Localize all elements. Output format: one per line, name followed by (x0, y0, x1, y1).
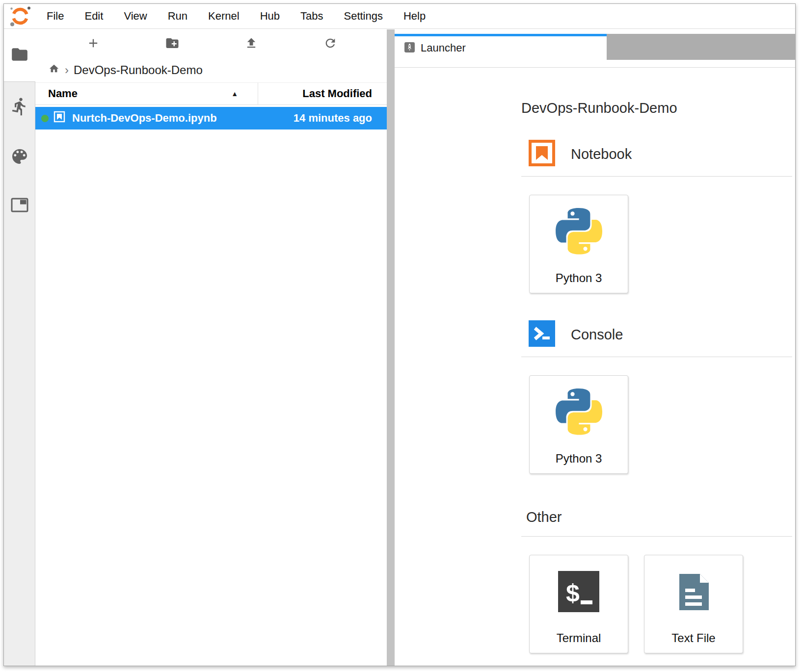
sidebar-inactive-tabs (4, 81, 35, 666)
notebook-icon (54, 111, 65, 126)
section-header-other: Other (521, 508, 792, 526)
jupyterlab-window: File Edit View Run Kernel Hub Tabs Setti… (3, 3, 796, 666)
column-header-modified[interactable]: Last Modified (258, 83, 387, 104)
section-label-console: Console (571, 327, 623, 343)
main-area: Launcher DevOps-Runbook-Demo Notebook (395, 29, 795, 666)
section-label-other: Other (526, 509, 562, 525)
file-row-selected[interactable]: Nurtch-DevOps-Demo.ipynb 14 minutes ago (35, 107, 387, 129)
menu-help[interactable]: Help (393, 4, 436, 28)
menu-run[interactable]: Run (158, 4, 198, 28)
activity-sidebar (4, 29, 35, 666)
menu-tabs[interactable]: Tabs (290, 4, 333, 28)
file-browser-panel: › DevOps-Runbook-Demo Name ▲ Last Modifi… (35, 29, 387, 666)
column-header-name[interactable]: Name ▲ (35, 87, 258, 100)
column-modified-label: Last Modified (302, 87, 372, 100)
sidebar-tab-files[interactable] (4, 29, 35, 81)
python-logo-icon (556, 388, 602, 437)
launcher-card-console-python3[interactable]: Python 3 (529, 375, 628, 474)
sidebar-tab-commands[interactable] (10, 147, 29, 168)
file-modified: 14 minutes ago (294, 112, 387, 125)
section-header-notebook: Notebook (521, 140, 792, 168)
section-divider (521, 536, 792, 537)
section-label-notebook: Notebook (571, 146, 632, 162)
new-folder-button[interactable] (165, 37, 180, 52)
file-list-header: Name ▲ Last Modified (35, 82, 387, 105)
launcher-card-text-file[interactable]: Text File (644, 555, 743, 653)
other-cards: $ Terminal (521, 555, 792, 653)
kernel-running-dot-icon (41, 115, 49, 122)
section-divider (521, 357, 792, 357)
breadcrumb: › DevOps-Runbook-Demo (35, 59, 387, 81)
console-icon (529, 320, 555, 349)
menu-hub[interactable]: Hub (250, 4, 290, 28)
card-label: Terminal (557, 631, 601, 645)
sidebar-tab-running[interactable] (10, 97, 29, 118)
panel-splitter-handle[interactable] (387, 29, 395, 666)
section-header-console: Console (521, 321, 792, 348)
card-label: Text File (671, 631, 715, 645)
jupyter-logo-icon (9, 6, 31, 26)
refresh-icon (323, 36, 337, 52)
file-browser-toolbar (35, 29, 387, 59)
main-tab-bar: Launcher (395, 34, 795, 60)
notebook-cards: Python 3 (521, 195, 792, 293)
section-divider (521, 176, 792, 177)
column-name-label: Name (48, 87, 78, 100)
menu-edit[interactable]: Edit (74, 4, 113, 28)
card-label: Python 3 (556, 452, 602, 465)
terminal-icon: $ (558, 571, 599, 614)
svg-text:$: $ (566, 579, 580, 607)
console-cards: Python 3 (521, 375, 792, 474)
notebook-icon (529, 140, 555, 168)
new-launcher-button[interactable] (86, 37, 101, 52)
tab-launcher-label: Launcher (421, 42, 466, 54)
new-folder-icon (165, 36, 180, 52)
folder-icon (10, 45, 29, 66)
breadcrumb-current-folder[interactable]: DevOps-Runbook-Demo (74, 63, 203, 77)
home-icon[interactable] (48, 63, 60, 77)
launcher-body: DevOps-Runbook-Demo Notebook (395, 68, 795, 666)
menu-bar: File Edit View Run Kernel Hub Tabs Setti… (4, 4, 795, 29)
python-logo-icon (556, 208, 602, 257)
refresh-button[interactable] (323, 37, 338, 52)
tabs-icon (10, 207, 29, 215)
menu-file[interactable]: File (36, 4, 74, 28)
launcher-card-notebook-python3[interactable]: Python 3 (529, 195, 628, 293)
upload-button[interactable] (244, 37, 259, 52)
menu-settings[interactable]: Settings (333, 4, 393, 28)
menu-view[interactable]: View (113, 4, 157, 28)
upload-icon (244, 36, 258, 52)
breadcrumb-separator: › (65, 63, 69, 77)
sidebar-tab-open-tabs[interactable] (10, 197, 29, 215)
tab-launcher[interactable]: Launcher (395, 34, 607, 60)
menu-kernel[interactable]: Kernel (198, 4, 250, 28)
launcher-rocket-icon (404, 42, 415, 54)
plus-icon (86, 36, 100, 52)
launcher-cwd-title: DevOps-Runbook-Demo (521, 99, 792, 117)
palette-icon (10, 159, 29, 168)
text-file-icon (672, 571, 715, 615)
launcher-card-terminal[interactable]: $ Terminal (529, 555, 628, 653)
caret-up-icon: ▲ (231, 90, 238, 98)
dock-area: › DevOps-Runbook-Demo Name ▲ Last Modifi… (4, 29, 795, 666)
card-label: Python 3 (556, 271, 602, 285)
running-man-icon (10, 109, 29, 118)
file-name: Nurtch-DevOps-Demo.ipynb (72, 112, 217, 125)
